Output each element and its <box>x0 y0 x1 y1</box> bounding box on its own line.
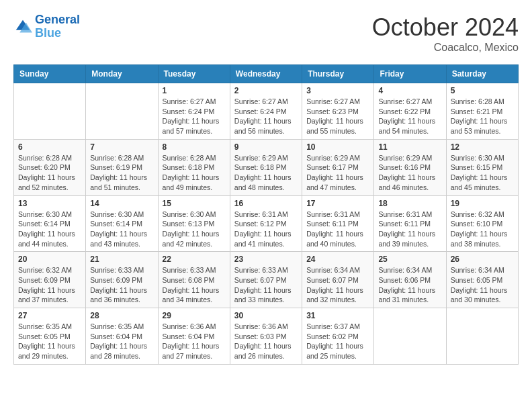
day-number: 14 <box>90 199 153 208</box>
day-number: 16 <box>234 199 298 208</box>
day-number: 13 <box>18 199 81 208</box>
logo-icon <box>13 17 32 36</box>
calendar-cell: 1Sunrise: 6:27 AMSunset: 6:24 PMDaylight… <box>158 83 230 140</box>
calendar-cell: 3Sunrise: 6:27 AMSunset: 6:23 PMDaylight… <box>302 83 374 140</box>
day-number: 10 <box>306 142 369 152</box>
day-number: 12 <box>451 142 514 152</box>
calendar-week-3: 13Sunrise: 6:30 AMSunset: 6:14 PMDayligh… <box>14 195 519 252</box>
day-number: 28 <box>90 311 153 320</box>
day-detail: Sunrise: 6:31 AMSunset: 6:11 PMDaylight:… <box>306 210 369 249</box>
day-detail: Sunrise: 6:28 AMSunset: 6:20 PMDaylight:… <box>18 153 81 193</box>
logo: General Blue <box>13 13 80 40</box>
day-number: 24 <box>306 255 369 264</box>
day-detail: Sunrise: 6:28 AMSunset: 6:18 PMDaylight:… <box>163 153 226 193</box>
calendar-body: 1Sunrise: 6:27 AMSunset: 6:24 PMDaylight… <box>14 83 519 365</box>
calendar-cell: 25Sunrise: 6:34 AMSunset: 6:06 PMDayligh… <box>374 252 446 308</box>
calendar-cell: 15Sunrise: 6:30 AMSunset: 6:13 PMDayligh… <box>158 195 230 252</box>
day-detail: Sunrise: 6:27 AMSunset: 6:22 PMDaylight:… <box>378 97 441 136</box>
calendar-cell: 9Sunrise: 6:29 AMSunset: 6:18 PMDaylight… <box>230 139 302 195</box>
calendar-cell: 23Sunrise: 6:33 AMSunset: 6:07 PMDayligh… <box>230 252 302 308</box>
calendar-cell: 19Sunrise: 6:32 AMSunset: 6:10 PMDayligh… <box>446 195 518 252</box>
page-header: General Blue October 2024 Coacalco, Mexi… <box>13 13 519 54</box>
day-number: 6 <box>18 142 81 152</box>
day-number: 18 <box>378 199 441 208</box>
calendar-cell: 10Sunrise: 6:29 AMSunset: 6:17 PMDayligh… <box>302 139 374 195</box>
calendar-week-2: 6Sunrise: 6:28 AMSunset: 6:20 PMDaylight… <box>14 139 519 195</box>
weekday-header-thursday: Thursday <box>302 65 374 83</box>
day-number: 4 <box>378 86 441 95</box>
day-detail: Sunrise: 6:33 AMSunset: 6:09 PMDaylight:… <box>90 265 153 305</box>
day-number: 27 <box>18 311 81 320</box>
day-number: 17 <box>306 199 369 208</box>
calendar-cell <box>446 308 518 365</box>
title-block: October 2024 Coacalco, Mexico <box>372 13 519 54</box>
day-detail: Sunrise: 6:32 AMSunset: 6:09 PMDaylight:… <box>18 265 81 305</box>
day-detail: Sunrise: 6:36 AMSunset: 6:04 PMDaylight:… <box>163 322 226 361</box>
weekday-header-tuesday: Tuesday <box>158 65 230 83</box>
day-number: 23 <box>234 255 298 264</box>
day-number: 31 <box>306 311 369 320</box>
calendar-week-1: 1Sunrise: 6:27 AMSunset: 6:24 PMDaylight… <box>14 83 519 140</box>
calendar-cell: 4Sunrise: 6:27 AMSunset: 6:22 PMDaylight… <box>374 83 446 140</box>
calendar-cell <box>86 83 158 140</box>
calendar-cell: 20Sunrise: 6:32 AMSunset: 6:09 PMDayligh… <box>14 252 86 308</box>
calendar-cell: 5Sunrise: 6:28 AMSunset: 6:21 PMDaylight… <box>446 83 518 140</box>
day-number: 11 <box>378 142 441 152</box>
calendar-week-4: 20Sunrise: 6:32 AMSunset: 6:09 PMDayligh… <box>14 252 519 308</box>
calendar-cell <box>374 308 446 365</box>
day-detail: Sunrise: 6:35 AMSunset: 6:04 PMDaylight:… <box>90 322 153 361</box>
day-detail: Sunrise: 6:34 AMSunset: 6:07 PMDaylight:… <box>306 265 369 305</box>
day-number: 20 <box>18 255 81 264</box>
day-number: 7 <box>90 142 153 152</box>
day-detail: Sunrise: 6:33 AMSunset: 6:08 PMDaylight:… <box>163 265 226 305</box>
calendar-cell: 21Sunrise: 6:33 AMSunset: 6:09 PMDayligh… <box>86 252 158 308</box>
day-detail: Sunrise: 6:29 AMSunset: 6:17 PMDaylight:… <box>306 153 369 193</box>
day-number: 26 <box>451 255 514 264</box>
calendar-header-row: SundayMondayTuesdayWednesdayThursdayFrid… <box>14 65 519 83</box>
day-detail: Sunrise: 6:30 AMSunset: 6:13 PMDaylight:… <box>163 210 226 249</box>
day-detail: Sunrise: 6:27 AMSunset: 6:23 PMDaylight:… <box>306 97 369 136</box>
calendar-cell: 13Sunrise: 6:30 AMSunset: 6:14 PMDayligh… <box>14 195 86 252</box>
day-number: 25 <box>378 255 441 264</box>
day-detail: Sunrise: 6:31 AMSunset: 6:12 PMDaylight:… <box>234 210 298 249</box>
day-detail: Sunrise: 6:30 AMSunset: 6:14 PMDaylight:… <box>18 210 81 249</box>
day-number: 22 <box>163 255 226 264</box>
day-detail: Sunrise: 6:30 AMSunset: 6:14 PMDaylight:… <box>90 210 153 249</box>
day-number: 15 <box>163 199 226 208</box>
day-detail: Sunrise: 6:28 AMSunset: 6:21 PMDaylight:… <box>451 97 514 136</box>
calendar-cell: 2Sunrise: 6:27 AMSunset: 6:24 PMDaylight… <box>230 83 302 140</box>
calendar-cell: 30Sunrise: 6:36 AMSunset: 6:03 PMDayligh… <box>230 308 302 365</box>
location: Coacalco, Mexico <box>372 42 519 54</box>
calendar-cell: 24Sunrise: 6:34 AMSunset: 6:07 PMDayligh… <box>302 252 374 308</box>
day-detail: Sunrise: 6:34 AMSunset: 6:05 PMDaylight:… <box>451 265 514 305</box>
day-number: 5 <box>451 86 514 95</box>
calendar-cell: 12Sunrise: 6:30 AMSunset: 6:15 PMDayligh… <box>446 139 518 195</box>
month-title: October 2024 <box>372 13 519 42</box>
day-number: 9 <box>234 142 298 152</box>
calendar-table: SundayMondayTuesdayWednesdayThursdayFrid… <box>13 64 519 365</box>
day-number: 3 <box>306 86 369 95</box>
day-detail: Sunrise: 6:29 AMSunset: 6:16 PMDaylight:… <box>378 153 441 193</box>
calendar-cell: 29Sunrise: 6:36 AMSunset: 6:04 PMDayligh… <box>158 308 230 365</box>
weekday-header-saturday: Saturday <box>446 65 518 83</box>
calendar-cell: 26Sunrise: 6:34 AMSunset: 6:05 PMDayligh… <box>446 252 518 308</box>
day-number: 1 <box>163 86 226 95</box>
day-number: 8 <box>163 142 226 152</box>
calendar-cell: 17Sunrise: 6:31 AMSunset: 6:11 PMDayligh… <box>302 195 374 252</box>
day-detail: Sunrise: 6:37 AMSunset: 6:02 PMDaylight:… <box>306 322 369 361</box>
day-detail: Sunrise: 6:32 AMSunset: 6:10 PMDaylight:… <box>451 210 514 249</box>
calendar-cell: 11Sunrise: 6:29 AMSunset: 6:16 PMDayligh… <box>374 139 446 195</box>
weekday-header-wednesday: Wednesday <box>230 65 302 83</box>
calendar-cell: 14Sunrise: 6:30 AMSunset: 6:14 PMDayligh… <box>86 195 158 252</box>
calendar-cell <box>14 83 86 140</box>
day-number: 30 <box>234 311 298 320</box>
day-detail: Sunrise: 6:36 AMSunset: 6:03 PMDaylight:… <box>234 322 298 361</box>
calendar-cell: 6Sunrise: 6:28 AMSunset: 6:20 PMDaylight… <box>14 139 86 195</box>
calendar-cell: 27Sunrise: 6:35 AMSunset: 6:05 PMDayligh… <box>14 308 86 365</box>
calendar-cell: 8Sunrise: 6:28 AMSunset: 6:18 PMDaylight… <box>158 139 230 195</box>
day-detail: Sunrise: 6:35 AMSunset: 6:05 PMDaylight:… <box>18 322 81 361</box>
day-detail: Sunrise: 6:27 AMSunset: 6:24 PMDaylight:… <box>234 97 298 136</box>
calendar-cell: 22Sunrise: 6:33 AMSunset: 6:08 PMDayligh… <box>158 252 230 308</box>
day-detail: Sunrise: 6:33 AMSunset: 6:07 PMDaylight:… <box>234 265 298 305</box>
calendar-cell: 7Sunrise: 6:28 AMSunset: 6:19 PMDaylight… <box>86 139 158 195</box>
